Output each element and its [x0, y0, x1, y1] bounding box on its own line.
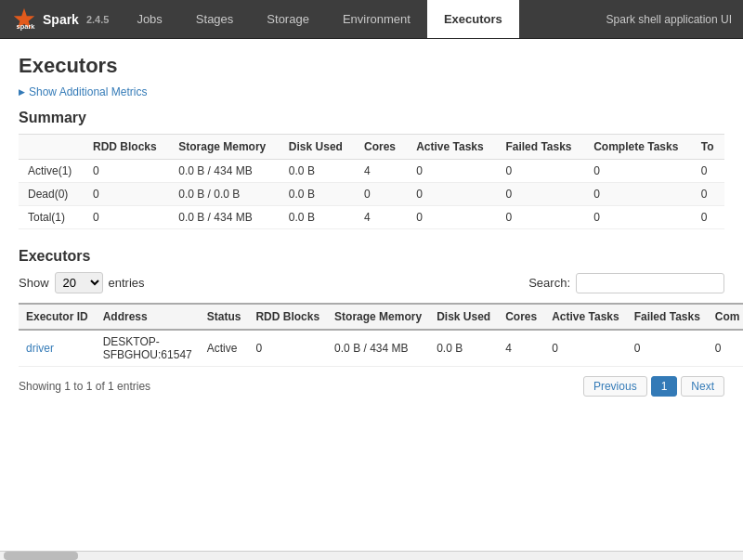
nav-storage[interactable]: Storage — [250, 0, 326, 38]
exec-col-header: Com — [708, 304, 743, 330]
exec-cell: driver — [19, 330, 96, 367]
current-page-button[interactable]: 1 — [651, 376, 678, 397]
exec-cell: 0 — [544, 330, 627, 367]
nav-links: Jobs Stages Storage Environment Executor… — [120, 0, 518, 38]
exec-col-header: Cores — [498, 304, 544, 330]
summary-cell: 0 — [584, 206, 692, 229]
summary-col-rdd: RDD Blocks — [84, 135, 169, 160]
summary-cell: 0 — [584, 183, 692, 206]
summary-cell: Total(1) — [19, 206, 84, 229]
search-box: Search: — [528, 273, 724, 293]
summary-cell: 0 — [407, 183, 496, 206]
summary-cell: 0.0 B — [280, 206, 355, 229]
summary-cell: 0 — [407, 206, 496, 229]
summary-cell: Dead(0) — [19, 183, 84, 206]
summary-col-failed: Failed Tasks — [496, 135, 584, 160]
page-title: Executors — [19, 54, 724, 78]
summary-cell: 0 — [692, 183, 724, 206]
search-label: Search: — [528, 276, 570, 290]
main-content: Executors Show Additional Metrics Summar… — [0, 39, 743, 411]
exec-cell: 0 — [248, 330, 327, 367]
exec-cell: 0 — [708, 330, 743, 367]
exec-col-header: Active Tasks — [544, 304, 627, 330]
pagination-row: Showing 1 to 1 of 1 entries Previous 1 N… — [19, 376, 724, 397]
exec-cell: 0.0 B / 434 MB — [327, 330, 429, 367]
summary-cell: 0 — [496, 206, 584, 229]
brand: spark Spark 2.4.5 — [0, 7, 120, 33]
exec-col-header: Address — [96, 304, 200, 330]
executor-id-link[interactable]: driver — [26, 342, 54, 355]
table-row: Total(1)00.0 B / 434 MB0.0 B40000 — [19, 206, 724, 229]
entries-label: entries — [109, 276, 145, 290]
exec-cell: 0 — [627, 330, 708, 367]
nav-jobs[interactable]: Jobs — [120, 0, 178, 38]
table-row: Active(1)00.0 B / 434 MB0.0 B40000 — [19, 160, 724, 183]
exec-cell: 4 — [498, 330, 544, 367]
executors-title: Executors — [19, 248, 724, 265]
summary-cell: 0 — [692, 206, 724, 229]
nav-executors[interactable]: Executors — [427, 0, 519, 38]
next-button[interactable]: Next — [681, 376, 724, 397]
summary-cell: 0 — [407, 160, 496, 183]
summary-col-disk: Disk Used — [280, 135, 355, 160]
summary-cell: 0.0 B — [280, 183, 355, 206]
show-label: Show — [19, 276, 49, 290]
summary-title: Summary — [19, 110, 724, 126]
nav-stages[interactable]: Stages — [179, 0, 250, 38]
summary-cell: 0.0 B — [280, 160, 355, 183]
summary-cell: 0.0 B / 434 MB — [169, 206, 280, 229]
summary-cell: 0.0 B / 434 MB — [169, 160, 280, 183]
table-row: driverDESKTOP-SFBGHOU:61547Active00.0 B … — [19, 330, 743, 367]
summary-cell: 0 — [496, 183, 584, 206]
executors-controls: Show 102050100 entries Search: — [19, 272, 724, 293]
summary-table: RDD Blocks Storage Memory Disk Used Core… — [19, 134, 724, 229]
summary-cell: 0 — [84, 183, 169, 206]
exec-col-header: RDD Blocks — [248, 304, 327, 330]
navbar: spark Spark 2.4.5 Jobs Stages Storage En… — [0, 0, 743, 39]
summary-cell: 0.0 B / 0.0 B — [169, 183, 280, 206]
pagination-info: Showing 1 to 1 of 1 entries — [19, 380, 150, 393]
summary-col-label — [19, 135, 84, 160]
spark-logo-icon: spark — [11, 7, 37, 33]
search-input[interactable] — [576, 273, 724, 293]
exec-cell: DESKTOP-SFBGHOU:61547 — [96, 330, 200, 367]
exec-col-header: Status — [200, 304, 249, 330]
summary-col-complete: Complete Tasks — [584, 135, 692, 160]
summary-cell: Active(1) — [19, 160, 84, 183]
summary-col-to: To — [692, 135, 724, 160]
previous-button[interactable]: Previous — [583, 376, 647, 397]
summary-cell: 0 — [84, 206, 169, 229]
summary-cell: 0 — [692, 160, 724, 183]
summary-cell: 4 — [355, 160, 407, 183]
brand-label: Spark — [43, 12, 79, 27]
show-entries: Show 102050100 entries — [19, 272, 145, 293]
summary-col-active: Active Tasks — [407, 135, 496, 160]
summary-cell: 0 — [496, 160, 584, 183]
summary-cell: 4 — [355, 206, 407, 229]
exec-col-header: Failed Tasks — [627, 304, 708, 330]
summary-col-storage: Storage Memory — [169, 135, 280, 160]
nav-environment[interactable]: Environment — [326, 0, 427, 38]
show-metrics-link[interactable]: Show Additional Metrics — [19, 85, 147, 98]
exec-cell: Active — [200, 330, 249, 367]
summary-cell: 0 — [355, 183, 407, 206]
summary-cell: 0 — [84, 160, 169, 183]
version-label: 2.4.5 — [86, 14, 109, 25]
summary-col-cores: Cores — [355, 135, 407, 160]
exec-col-header: Executor ID — [19, 304, 96, 330]
entries-select[interactable]: 102050100 — [55, 272, 103, 293]
exec-cell: 0.0 B — [429, 330, 498, 367]
table-row: Dead(0)00.0 B / 0.0 B0.0 B00000 — [19, 183, 724, 206]
exec-col-header: Disk Used — [429, 304, 498, 330]
exec-col-header: Storage Memory — [327, 304, 429, 330]
svg-text:spark: spark — [17, 22, 36, 31]
executors-table: Executor IDAddressStatusRDD BlocksStorag… — [19, 303, 743, 367]
summary-cell: 0 — [584, 160, 692, 183]
app-title: Spark shell application UI — [606, 13, 743, 26]
pagination-controls: Previous 1 Next — [583, 376, 724, 397]
